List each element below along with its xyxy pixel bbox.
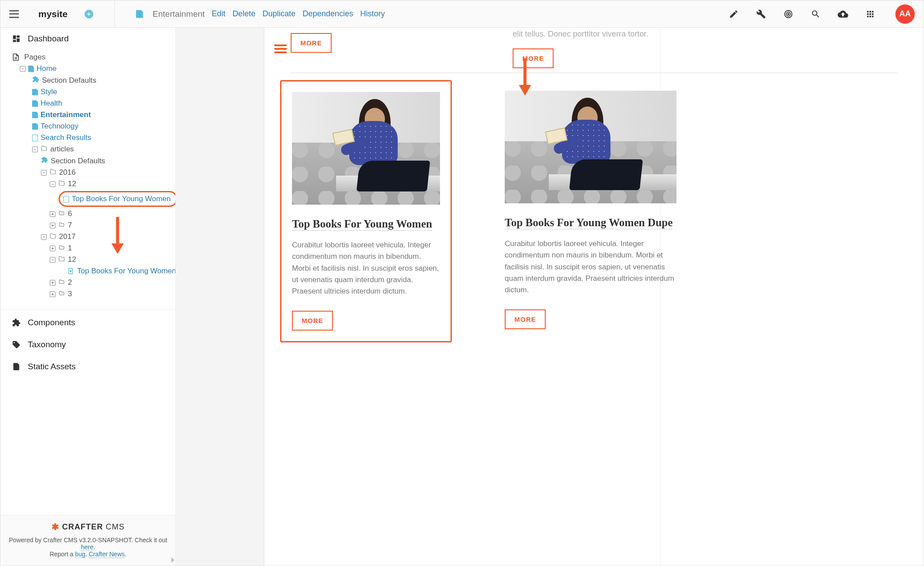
- page-outline-icon: [63, 196, 69, 202]
- tree-2017-12[interactable]: − 12: [12, 254, 172, 265]
- tree-label: 6: [68, 209, 72, 218]
- tree-2017[interactable]: − 2017: [12, 231, 172, 243]
- annotation-arrow-icon: [114, 217, 121, 257]
- expand-icon[interactable]: +: [50, 246, 55, 251]
- tree-top-books-2016[interactable]: Top Books For Young Women: [12, 190, 172, 208]
- nav-dashboard[interactable]: Dashboard: [0, 28, 175, 50]
- page-icon: [136, 10, 143, 18]
- tree-technology[interactable]: Technology: [12, 121, 172, 132]
- more-button[interactable]: MORE: [291, 33, 332, 53]
- duplicate-link[interactable]: Duplicate: [262, 9, 296, 18]
- header-right: AA: [728, 4, 915, 24]
- tree-2016-12[interactable]: − 12: [12, 178, 172, 190]
- tree-style[interactable]: Style: [12, 86, 172, 98]
- expand-icon[interactable]: +: [50, 223, 55, 228]
- page-icon: [32, 123, 38, 130]
- tree-2016-6[interactable]: + 6: [12, 208, 172, 220]
- folder-icon: [58, 244, 65, 253]
- expand-icon[interactable]: +: [50, 211, 55, 217]
- tree-label: Health: [41, 99, 62, 108]
- footer-here-link[interactable]: here: [81, 544, 93, 551]
- tree-label: 2016: [59, 168, 76, 177]
- tree-label: Technology: [41, 122, 78, 131]
- article-image: [292, 92, 440, 205]
- tree-home[interactable]: − Home: [12, 63, 172, 74]
- search-icon[interactable]: [810, 8, 821, 20]
- article-title[interactable]: Top Books For Young Women: [292, 218, 432, 231]
- nav-label: Components: [28, 318, 75, 327]
- nav-label: Taxonomy: [28, 340, 66, 349]
- collapse-icon[interactable]: −: [20, 66, 26, 72]
- tree-label: 1: [68, 244, 72, 253]
- article-excerpt: Curabitur lobortis laoreet vehicula. Int…: [505, 238, 676, 296]
- preview-menu-icon[interactable]: [274, 44, 287, 55]
- tree-label: Home: [37, 64, 56, 73]
- edit-link[interactable]: Edit: [212, 9, 225, 18]
- more-button[interactable]: MORE: [505, 309, 546, 329]
- dependencies-link[interactable]: Dependencies: [303, 9, 353, 18]
- page-icon: [32, 89, 38, 96]
- user-avatar[interactable]: AA: [895, 4, 915, 24]
- tree-health[interactable]: Health: [12, 98, 172, 109]
- tree-2016-7[interactable]: + 7: [12, 220, 172, 231]
- tree-2016[interactable]: − 2016: [12, 167, 172, 178]
- article-image: [505, 91, 676, 203]
- collapse-icon[interactable]: −: [50, 257, 55, 263]
- menu-icon[interactable]: [9, 10, 19, 18]
- tree-section-defaults[interactable]: Section Defaults: [12, 74, 172, 86]
- tree-2017-1[interactable]: + 1: [12, 243, 172, 254]
- nav-taxonomy[interactable]: Taxonomy: [0, 334, 175, 356]
- page-icon: [28, 66, 34, 72]
- tree-label: Section Defaults: [51, 157, 105, 165]
- tree-label: Section Defaults: [42, 76, 96, 85]
- tree-search-results[interactable]: Search Results: [12, 132, 172, 143]
- footer-news-link[interactable]: Crafter News: [89, 551, 125, 558]
- history-link[interactable]: History: [360, 9, 385, 18]
- folder-open-icon: [58, 180, 65, 188]
- article-title[interactable]: Top Books For Young Women Dupe: [505, 217, 673, 229]
- tree-entertainment[interactable]: Entertainment: [12, 109, 172, 121]
- collapse-icon[interactable]: −: [50, 181, 55, 187]
- folder-open-icon: [49, 232, 56, 241]
- delete-link[interactable]: Delete: [233, 9, 255, 18]
- dashboard-icon: [12, 34, 22, 43]
- section-divider: [291, 73, 897, 73]
- more-button[interactable]: MORE: [513, 48, 554, 68]
- folder-icon: [58, 221, 65, 230]
- collapse-icon[interactable]: −: [41, 170, 47, 176]
- tree-articles[interactable]: − articles: [12, 143, 172, 155]
- nav-static-assets[interactable]: Static Assets: [0, 356, 175, 378]
- target-icon[interactable]: [783, 8, 794, 20]
- tree-label: 3: [68, 290, 72, 298]
- tree-2017-2[interactable]: + 2: [12, 277, 172, 288]
- folder-icon: [58, 278, 65, 287]
- footer-bug-link[interactable]: bug: [75, 551, 85, 558]
- collapse-icon[interactable]: −: [41, 234, 47, 240]
- sidebar-bottom: Components Taxonomy Static Assets: [0, 309, 175, 378]
- apps-grid-icon[interactable]: [865, 8, 876, 20]
- collapse-icon[interactable]: −: [32, 147, 38, 152]
- nav-components[interactable]: Components: [0, 312, 175, 334]
- resize-handle-icon[interactable]: ◢: [167, 556, 174, 563]
- puzzle-icon: [32, 76, 39, 85]
- folder-open-icon: [41, 145, 48, 154]
- pencil-icon[interactable]: [728, 8, 739, 20]
- tree-pages-root[interactable]: Pages: [12, 51, 172, 63]
- wrench-icon[interactable]: [755, 8, 767, 20]
- nav-label: Dashboard: [28, 34, 69, 44]
- more-button[interactable]: MORE: [292, 311, 333, 331]
- expand-icon[interactable]: +: [50, 280, 55, 286]
- tree-2017-3[interactable]: + 3: [12, 288, 172, 300]
- tree-top-books-2017[interactable]: Top Books For Young Women: [12, 265, 172, 277]
- cloud-upload-icon[interactable]: [837, 8, 849, 20]
- tree-articles-section-defaults[interactable]: Section Defaults: [12, 155, 172, 167]
- annotation-arrow-icon: [521, 59, 529, 98]
- add-site-icon[interactable]: +: [85, 10, 93, 18]
- tree-label: 12: [68, 255, 76, 264]
- new-page-icon: [67, 268, 74, 275]
- highlight-circle: Top Books For Young Women: [59, 191, 176, 207]
- pages-tree: Pages − Home Section Defaults Style Heal…: [0, 50, 175, 304]
- gear-icon: ✱: [52, 522, 59, 532]
- svg-point-2: [788, 13, 789, 15]
- expand-icon[interactable]: +: [50, 291, 55, 297]
